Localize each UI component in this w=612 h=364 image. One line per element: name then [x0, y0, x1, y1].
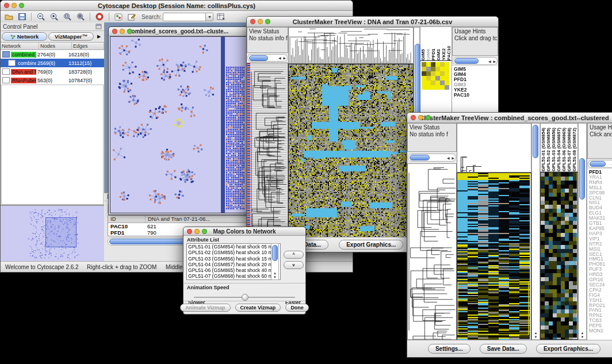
gene-label[interactable]: PAC10 [454, 93, 498, 98]
birds-eye-view[interactable] [1, 205, 104, 262]
zoom-in-button[interactable] [48, 12, 60, 22]
open-session-button[interactable] [3, 12, 14, 22]
tab-overflow-arrow[interactable]: ▶ [95, 34, 103, 39]
column-label[interactable]: GIM3 [436, 27, 441, 60]
column-label[interactable]: GPL51-02 (GSM855) [546, 124, 551, 171]
gene-label[interactable]: MON2 [589, 328, 612, 334]
treeview1-row-dendrogram[interactable] [250, 63, 287, 236]
map-dialog-titlebar[interactable]: Map Colors to Network [183, 227, 305, 236]
network-list-row[interactable]: DNA and Tran 07 769(0) 183728(0) [1, 67, 104, 76]
treeview2-hints-scrollbar[interactable]: ◀ ▶ [588, 160, 612, 168]
zoom-button[interactable] [426, 115, 431, 120]
treeview1-titlebar[interactable]: ClusterMaker TreeView : DNA and Tran 07-… [247, 17, 498, 27]
column-label[interactable]: GPL51-08 (GSM872) [572, 124, 577, 171]
zoom-button[interactable] [127, 29, 132, 34]
create-vizmap-button[interactable]: Create Vizmap [235, 304, 281, 312]
export-graphics-button[interactable]: Export Graphics... [339, 240, 403, 250]
column-label[interactable]: GIM4 [426, 27, 431, 60]
network-list-row[interactable]: RNAPuberNov2+I 563(0) 107847(0) [1, 76, 104, 85]
column-label[interactable]: PFD1 [431, 27, 436, 60]
column-label[interactable]: GPL51-04 (GSM857) [556, 124, 561, 171]
col-header-network[interactable]: Network [1, 43, 39, 49]
minimize-button[interactable] [194, 229, 200, 234]
zoom-fit-button[interactable] [62, 12, 73, 22]
zoom-button[interactable] [19, 3, 24, 8]
window-controls[interactable] [4, 3, 24, 8]
close-button[interactable] [187, 229, 192, 234]
attribute-list-scrollbar[interactable]: ▲▼ [271, 243, 279, 280]
minimize-button[interactable] [120, 29, 125, 34]
network-canvas-right[interactable] [225, 37, 246, 213]
tab-vizmapper[interactable]: VizMapper™ [48, 32, 94, 41]
attribute-list-item[interactable]: GPL51-04 (GSM857) heat shock 20 min [188, 262, 280, 267]
slider-knob[interactable] [242, 294, 248, 301]
save-data-button[interactable]: Save Data... [480, 344, 527, 354]
zoom-out-button[interactable] [35, 12, 47, 22]
treeview2-titlebar[interactable]: ClusterMaker TreeView : combined_scores_… [407, 113, 612, 123]
treeview2-row-dendrogram[interactable] [407, 163, 457, 340]
float-panel-icon[interactable] [95, 24, 102, 29]
attribute-list-item[interactable]: GPL51-03 (GSM856) heat shock 15 min [188, 256, 280, 262]
treeview2-zoom-scrollbar[interactable]: ▲▼ [578, 123, 587, 340]
save-session-button[interactable] [16, 12, 28, 22]
column-label[interactable]: GPL51-01 (GSM854) [541, 124, 546, 171]
col-header-edges[interactable]: Edges [72, 43, 104, 49]
minimize-button[interactable] [258, 19, 263, 24]
vizmapper-tool-button[interactable] [113, 12, 124, 22]
column-label[interactable]: YKE2 [441, 27, 446, 60]
network-list-row[interactable]: combined_scores 2764(0) 16218(0) [1, 50, 104, 59]
column-label[interactable]: GPL51-07 (GSM868) [567, 124, 572, 171]
move-up-button[interactable]: ^ [284, 251, 304, 259]
attribute-list[interactable]: GPL51-01 (GSM854) heat shock 05 minGPL51… [186, 243, 281, 280]
treeview2-column-tree-area[interactable] [457, 123, 531, 173]
treeview1-hscrollbar[interactable]: ◀ ▶ [247, 54, 288, 62]
attribute-list-item[interactable]: GPL51-07 (GSM868) heat shock 60 min [188, 273, 280, 279]
close-button[interactable] [112, 29, 117, 34]
network-canvas-divider[interactable] [221, 37, 225, 213]
column-label[interactable]: GPL51-03 (GSM856) [551, 124, 556, 171]
attribute-list-item[interactable]: GPL51-06 (GSM865) heat shock 40 min [188, 267, 280, 273]
treeview2-zoom-heatmap[interactable] [541, 173, 577, 339]
network-view-titlebar[interactable]: combined_scores_good.txt--cluste... [109, 27, 248, 36]
zoom-button[interactable] [202, 229, 207, 234]
attribute-list-item[interactable]: GPL51-01 (GSM854) heat shock 05 min [188, 244, 280, 250]
treeview1-hints-scrollbar[interactable]: ◀ ▶ [453, 57, 498, 65]
attribute-browser-button[interactable] [215, 12, 227, 22]
minimize-button[interactable] [12, 3, 17, 8]
column-label[interactable]: GPL51-06 (GSM865) [561, 124, 567, 171]
export-graphics-button[interactable]: Export Graphics... [536, 344, 600, 354]
network-list-row[interactable]: combined_sco 2569(6) 13112(15) [1, 59, 104, 67]
treeview1-heatmap[interactable] [289, 64, 413, 237]
close-button[interactable] [250, 19, 255, 24]
close-button[interactable] [411, 115, 416, 120]
treeview2-hscrollbar[interactable]: ◀ ▶ [408, 154, 456, 162]
column-label[interactable]: PAC10 [446, 27, 452, 60]
attr-col-id[interactable]: ID [108, 216, 146, 223]
network-canvas[interactable] [110, 37, 221, 213]
tab-network[interactable]: Network [2, 32, 47, 41]
attribute-list-item[interactable]: GPL51-02 (GSM855) heat shock 10 min [188, 250, 280, 255]
done-button[interactable]: Done [285, 304, 309, 312]
close-button[interactable] [4, 3, 9, 8]
correlation-matrix[interactable] [422, 62, 452, 90]
treeview2-heatmap-scrollbar[interactable]: ▲▼ [531, 123, 540, 340]
dense-cluster-canvas[interactable] [226, 67, 244, 209]
treeview2-heatmap[interactable] [457, 173, 530, 340]
search-dropdown-arrow[interactable]: ▼ [205, 13, 213, 21]
column-label[interactable]: GIM5 [420, 27, 426, 60]
treeview1-column-dendrogram[interactable] [288, 27, 414, 64]
col-header-nodes[interactable]: Nodes [39, 43, 72, 49]
main-titlebar[interactable]: Cytoscape Desktop (Session Name: collins… [1, 1, 353, 11]
move-down-button[interactable]: v [284, 261, 304, 269]
minimize-button[interactable] [418, 115, 423, 120]
annotation-tool-button[interactable] [126, 12, 137, 22]
treeview2-gene-list[interactable]: PFD1YRA1RNR4MSL1SPC98CLN1NIS1BUD4ELG1MAK… [587, 169, 612, 340]
viewport-indicator[interactable] [45, 217, 76, 247]
search-input[interactable]: ▼ [163, 13, 213, 21]
help-lifebuoy-button[interactable] [94, 12, 105, 22]
zoom-button[interactable] [265, 19, 270, 24]
settings-button[interactable]: Settings... [428, 344, 471, 354]
animate-vizmap-button[interactable]: Animate Vizmap [180, 304, 230, 312]
zoom-selected-button[interactable] [75, 12, 86, 22]
animation-speed-slider[interactable] [194, 294, 295, 300]
